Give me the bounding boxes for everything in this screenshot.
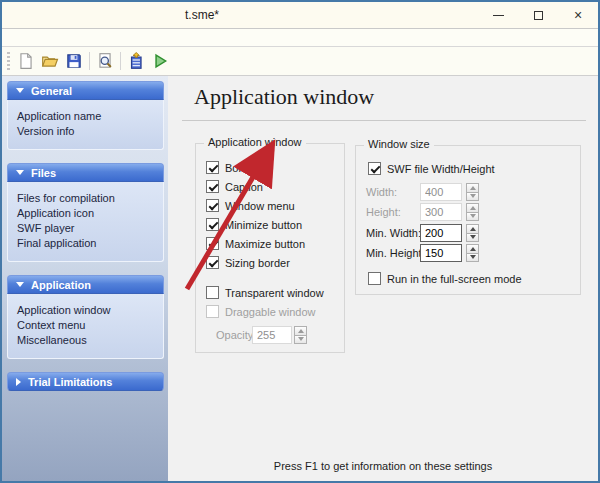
checkbox-row-sizing-border[interactable]: Sizing border — [206, 253, 344, 272]
spin-up-button[interactable] — [466, 224, 479, 234]
checkbox[interactable] — [206, 199, 219, 212]
main-panel: Application window Application window Bo… — [168, 76, 598, 481]
field-label: Opacity: — [216, 329, 256, 341]
spin-down-button[interactable] — [466, 254, 479, 263]
checkbox[interactable] — [206, 256, 219, 269]
sidebar-item-application-window[interactable]: Application window — [17, 303, 159, 318]
triangle-down-icon — [470, 194, 476, 198]
checkbox-row-window-menu[interactable]: Window menu — [206, 196, 344, 215]
open-file-button[interactable] — [38, 49, 62, 73]
triangle-down-icon — [470, 214, 476, 218]
checkbox[interactable] — [206, 180, 219, 193]
checkbox-row-fullscreen[interactable]: Run in the full-screen mode — [368, 269, 522, 288]
panel-title: Files — [31, 167, 56, 179]
title-bar[interactable]: t.sme* × — [2, 2, 598, 28]
sidebar-item-swf-player[interactable]: SWF player — [17, 221, 159, 236]
checkbox-row-caption[interactable]: Caption — [206, 177, 344, 196]
panel-header-general[interactable]: General — [7, 81, 164, 100]
toolbar-gripper[interactable] — [7, 52, 10, 70]
checkbox[interactable] — [368, 272, 381, 285]
save-button[interactable] — [62, 49, 86, 73]
menu-bar — [2, 28, 598, 47]
spinner-buttons[interactable] — [466, 224, 479, 242]
min-width-spinner-row: Min. Width: — [356, 223, 580, 243]
app-window: t.sme* × — [0, 0, 600, 483]
triangle-up-icon — [298, 329, 304, 333]
minimize-button[interactable] — [478, 2, 518, 28]
sidebar: General Application name Version info Fi… — [2, 76, 168, 481]
content-area: General Application name Version info Fi… — [2, 76, 598, 481]
panel-title: General — [31, 85, 72, 97]
checkbox-row-transparent-window[interactable]: Transparent window — [206, 283, 344, 302]
chevron-down-icon — [16, 170, 24, 175]
triangle-down-icon — [470, 255, 476, 259]
spin-down-button — [294, 336, 307, 345]
sidebar-item-context-menu[interactable]: Context menu — [17, 318, 159, 333]
field-label: Height: — [366, 206, 401, 218]
triangle-down-icon — [298, 337, 304, 341]
panel-header-files[interactable]: Files — [7, 163, 164, 182]
run-button[interactable] — [148, 49, 172, 73]
maximize-button[interactable] — [518, 2, 558, 28]
checkbox-label: Minimize button — [225, 219, 302, 231]
sidebar-panel-general: General Application name Version info — [7, 81, 164, 150]
opacity-input — [252, 326, 292, 344]
window-title: t.sme* — [185, 2, 219, 28]
new-file-button[interactable] — [14, 49, 38, 73]
sidebar-item-application-name[interactable]: Application name — [17, 109, 159, 124]
spin-up-button — [466, 183, 479, 193]
height-spinner-row: Height: — [356, 202, 580, 222]
window-controls: × — [478, 2, 598, 28]
spin-up-button[interactable] — [466, 244, 479, 254]
checkbox[interactable] — [206, 218, 219, 231]
sidebar-item-final-application[interactable]: Final application — [17, 236, 159, 251]
min-width-input[interactable] — [420, 224, 462, 242]
panel-body-application: Application window Context menu Miscella… — [7, 294, 164, 359]
checkbox[interactable] — [206, 286, 219, 299]
min-height-input[interactable] — [420, 244, 462, 262]
close-button[interactable]: × — [558, 2, 598, 28]
checkbox-label: Run in the full-screen mode — [387, 273, 522, 285]
group-label: Application window — [204, 136, 306, 148]
panel-header-trial-limitations[interactable]: Trial Limitations — [7, 372, 164, 391]
min-height-spinner-row: Min. Height: — [356, 243, 580, 263]
triangle-up-icon — [470, 247, 476, 251]
checkbox[interactable] — [206, 237, 219, 250]
compile-icon — [127, 52, 145, 70]
sidebar-panel-files: Files Files for compilation Application … — [7, 163, 164, 262]
compile-button[interactable] — [124, 49, 148, 73]
spin-down-button — [466, 213, 479, 222]
sidebar-item-version-info[interactable]: Version info — [17, 124, 159, 139]
checkbox-row-maximize-button[interactable]: Maximize button — [206, 234, 344, 253]
toolbar-separator — [89, 52, 90, 70]
spin-down-button[interactable] — [466, 234, 479, 243]
status-hint: Press F1 to get information on these set… — [168, 460, 598, 472]
checkbox-row-swf-file-size[interactable]: SWF file Width/Height — [368, 159, 495, 178]
triangle-up-icon — [470, 227, 476, 231]
panel-body-files: Files for compilation Application icon S… — [7, 182, 164, 262]
panel-header-application[interactable]: Application — [7, 275, 164, 294]
spinner-buttons — [294, 326, 307, 344]
checkbox[interactable] — [206, 161, 219, 174]
triangle-up-icon — [470, 206, 476, 210]
sidebar-item-files-for-compilation[interactable]: Files for compilation — [17, 191, 159, 206]
sidebar-item-miscellaneous[interactable]: Miscellaneous — [17, 333, 159, 348]
width-spinner-row: Width: — [356, 182, 580, 202]
triangle-down-icon — [470, 235, 476, 239]
preview-button[interactable] — [93, 49, 117, 73]
spinner-buttons — [466, 183, 479, 201]
checkbox-row-border[interactable]: Border — [206, 158, 344, 177]
save-icon — [65, 52, 83, 70]
spinner-buttons[interactable] — [466, 244, 479, 262]
checkbox-label: Window menu — [225, 200, 295, 212]
checkbox[interactable] — [368, 162, 381, 175]
panel-title: Trial Limitations — [28, 376, 112, 388]
checkbox-row-minimize-button[interactable]: Minimize button — [206, 215, 344, 234]
close-icon: × — [574, 8, 582, 22]
window-size-group: Window size SWF file Width/Height Width:… — [355, 145, 581, 295]
sidebar-panel-application: Application Application window Context m… — [7, 275, 164, 359]
checkbox-label: Caption — [225, 181, 263, 193]
spin-up-button — [294, 326, 307, 336]
application-window-group: Application window Border Caption Window… — [195, 143, 345, 353]
sidebar-item-application-icon[interactable]: Application icon — [17, 206, 159, 221]
